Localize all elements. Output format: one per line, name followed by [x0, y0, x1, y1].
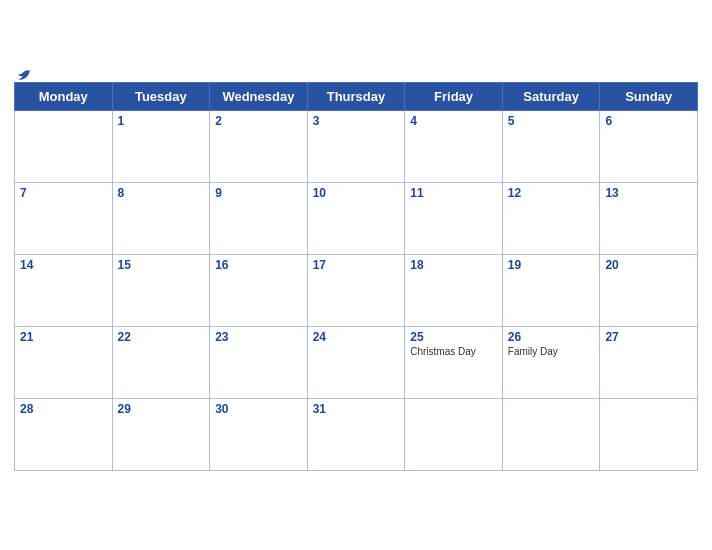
calendar-thead: MondayTuesdayWednesdayThursdayFridaySatu… [15, 82, 698, 110]
logo-bird-icon [14, 69, 32, 83]
calendar-cell: 4 [405, 110, 503, 182]
calendar-cell: 23 [210, 326, 308, 398]
day-number: 3 [313, 114, 400, 128]
calendar-cell: 7 [15, 182, 113, 254]
calendar-cell: 25Christmas Day [405, 326, 503, 398]
calendar-cell: 16 [210, 254, 308, 326]
day-number: 19 [508, 258, 595, 272]
calendar-tbody: 1234567891011121314151617181920212223242… [15, 110, 698, 470]
calendar-cell: 6 [600, 110, 698, 182]
calendar-cell: 9 [210, 182, 308, 254]
calendar-cell: 17 [307, 254, 405, 326]
calendar-cell: 3 [307, 110, 405, 182]
day-number: 31 [313, 402, 400, 416]
weekday-header-sunday: Sunday [600, 82, 698, 110]
day-number: 16 [215, 258, 302, 272]
day-number: 14 [20, 258, 107, 272]
day-number: 10 [313, 186, 400, 200]
calendar-cell [405, 398, 503, 470]
day-event: Christmas Day [410, 346, 497, 357]
day-number: 27 [605, 330, 692, 344]
day-number: 6 [605, 114, 692, 128]
calendar-cell: 24 [307, 326, 405, 398]
calendar-cell: 8 [112, 182, 210, 254]
calendar-cell: 18 [405, 254, 503, 326]
logo-area [14, 69, 34, 83]
calendar-cell: 5 [502, 110, 600, 182]
calendar-cell: 26Family Day [502, 326, 600, 398]
calendar-cell: 30 [210, 398, 308, 470]
calendar-table: MondayTuesdayWednesdayThursdayFridaySatu… [14, 82, 698, 471]
calendar-cell: 2 [210, 110, 308, 182]
day-number: 2 [215, 114, 302, 128]
calendar-cell: 14 [15, 254, 113, 326]
day-number: 26 [508, 330, 595, 344]
day-number: 24 [313, 330, 400, 344]
week-row-4: 2122232425Christmas Day26Family Day27 [15, 326, 698, 398]
day-number: 20 [605, 258, 692, 272]
weekday-header-thursday: Thursday [307, 82, 405, 110]
calendar-cell: 22 [112, 326, 210, 398]
calendar-cell: 11 [405, 182, 503, 254]
day-number: 11 [410, 186, 497, 200]
day-number: 7 [20, 186, 107, 200]
day-number: 25 [410, 330, 497, 344]
calendar-cell [502, 398, 600, 470]
day-number: 23 [215, 330, 302, 344]
day-number: 8 [118, 186, 205, 200]
calendar-cell: 31 [307, 398, 405, 470]
day-number: 21 [20, 330, 107, 344]
calendar-wrapper: MondayTuesdayWednesdayThursdayFridaySatu… [0, 66, 712, 485]
calendar-cell: 12 [502, 182, 600, 254]
calendar-cell: 19 [502, 254, 600, 326]
day-number: 9 [215, 186, 302, 200]
calendar-cell: 13 [600, 182, 698, 254]
day-number: 5 [508, 114, 595, 128]
week-row-2: 78910111213 [15, 182, 698, 254]
calendar-cell: 27 [600, 326, 698, 398]
week-row-1: 123456 [15, 110, 698, 182]
day-number: 15 [118, 258, 205, 272]
logo-blue-area [14, 69, 34, 83]
weekday-header-tuesday: Tuesday [112, 82, 210, 110]
day-number: 18 [410, 258, 497, 272]
day-number: 12 [508, 186, 595, 200]
weekday-header-row: MondayTuesdayWednesdayThursdayFridaySatu… [15, 82, 698, 110]
weekday-header-wednesday: Wednesday [210, 82, 308, 110]
calendar-cell: 28 [15, 398, 113, 470]
day-number: 28 [20, 402, 107, 416]
day-event: Family Day [508, 346, 595, 357]
day-number: 22 [118, 330, 205, 344]
weekday-header-monday: Monday [15, 82, 113, 110]
day-number: 1 [118, 114, 205, 128]
calendar-cell: 1 [112, 110, 210, 182]
calendar-cell: 29 [112, 398, 210, 470]
calendar-cell [600, 398, 698, 470]
day-number: 29 [118, 402, 205, 416]
day-number: 13 [605, 186, 692, 200]
calendar-cell [15, 110, 113, 182]
week-row-3: 14151617181920 [15, 254, 698, 326]
calendar-cell: 10 [307, 182, 405, 254]
calendar-cell: 21 [15, 326, 113, 398]
calendar-cell: 15 [112, 254, 210, 326]
week-row-5: 28293031 [15, 398, 698, 470]
weekday-header-friday: Friday [405, 82, 503, 110]
weekday-header-saturday: Saturday [502, 82, 600, 110]
day-number: 17 [313, 258, 400, 272]
calendar-cell: 20 [600, 254, 698, 326]
day-number: 4 [410, 114, 497, 128]
day-number: 30 [215, 402, 302, 416]
